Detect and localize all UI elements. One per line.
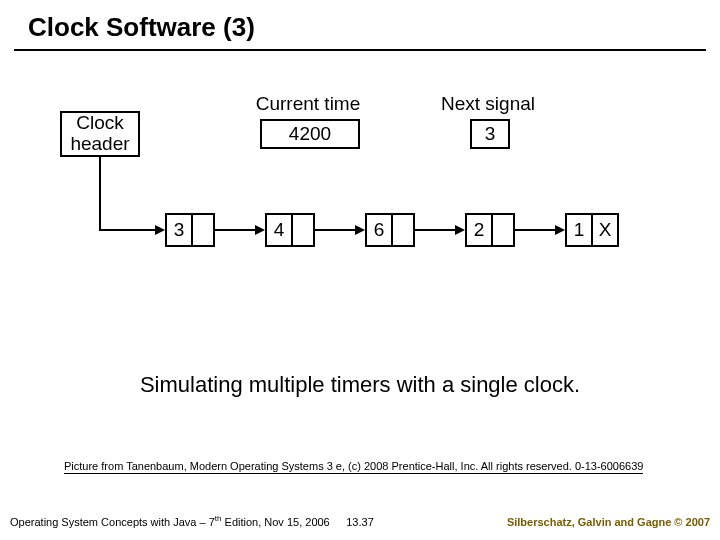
list-node-2: 6 [365,213,415,247]
diagram-area: Current time Next signal 4200 3 Clock he… [0,99,720,329]
arrow-1 [255,225,265,235]
node-value: 6 [367,215,393,245]
arrow-2 [355,225,365,235]
next-signal-label: Next signal [428,93,548,115]
node-pointer [493,215,513,245]
node-value: 2 [467,215,493,245]
arrow-3 [455,225,465,235]
footer-right: Silberschatz, Galvin and Gagne © 2007 [507,516,710,528]
next-signal-box: 3 [470,119,510,149]
node-pointer [293,215,313,245]
link-1 [215,229,257,231]
current-time-box: 4200 [260,119,360,149]
slide-title: Clock Software (3) [0,0,720,49]
arrow-0 [155,225,165,235]
list-node-3: 2 [465,213,515,247]
node-value: 4 [267,215,293,245]
node-value: 1 [567,215,593,245]
link-2 [315,229,357,231]
line-down [99,157,101,231]
node-pointer [193,215,213,245]
list-node-1: 4 [265,213,315,247]
caption: Simulating multiple timers with a single… [0,372,720,398]
list-node-4: 1 X [565,213,619,247]
node-terminator: X [593,215,617,245]
arrow-4 [555,225,565,235]
line-to-first [99,229,157,231]
list-node-0: 3 [165,213,215,247]
link-3 [415,229,457,231]
link-4 [515,229,557,231]
title-rule [14,49,706,51]
clock-header-box: Clock header [60,111,140,157]
credit-line: Picture from Tanenbaum, Modern Operating… [64,460,643,474]
node-pointer [393,215,413,245]
current-time-label: Current time [238,93,378,115]
node-value: 3 [167,215,193,245]
